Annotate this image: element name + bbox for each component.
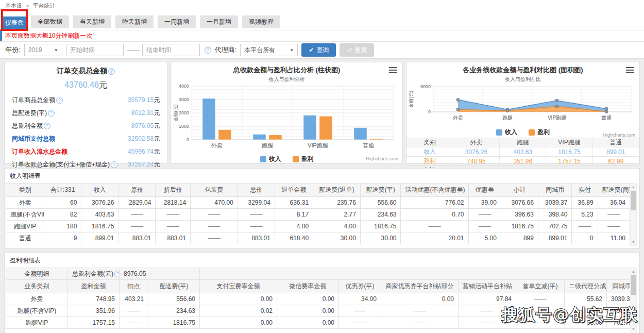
income-table-cell: 556.60	[360, 197, 401, 209]
svg-text:1000: 1000	[179, 124, 189, 129]
help-icon[interactable]: ?	[114, 271, 120, 277]
biz-table-cell: 899.01	[592, 147, 639, 157]
profit-table-cell: 1816.75	[148, 317, 200, 329]
income-table-header-cell: 小计	[501, 184, 538, 197]
tab[interactable]: 全部数据	[31, 15, 69, 28]
svg-text:金额(元): 金额(元)	[173, 105, 178, 122]
svg-text:外卖: 外卖	[452, 115, 463, 121]
profit-table-cell: 0.02	[200, 305, 277, 317]
income-table-cell: 883.01	[238, 232, 275, 244]
tab[interactable]: 一月新增	[200, 15, 238, 28]
area-chart: 08000金额(元)外卖跑腿VIP跑腿普通	[406, 83, 639, 126]
profit-table-header-cell: 微信费率金额	[277, 280, 339, 293]
help-icon[interactable]: ?	[111, 161, 117, 168]
help-icon[interactable]: ?	[44, 123, 50, 129]
biz-table-row: 盈利748.95351.961757.1562.99	[406, 157, 639, 166]
profit-table-header-cell: 优惠券(平)	[339, 280, 381, 293]
help-icon[interactable]: ?	[48, 110, 55, 116]
income-table-cell: 30.00	[360, 232, 401, 244]
sidebar-edge-sliver	[0, 29, 2, 41]
summary-row-value: 32502.58元	[128, 135, 160, 143]
profit-table-cell: 0.00	[200, 293, 277, 305]
tab[interactable]: 当天新增	[73, 15, 111, 28]
profit-meta-row: 金额明细总盈利金额(元)?8976.05	[6, 268, 637, 280]
summary-row-label: 同城币支付总额	[12, 135, 55, 143]
profit-table-cell: ——	[381, 317, 459, 329]
income-table-header-cell: 原价	[118, 184, 156, 197]
summary-row: 订单商品总金额?35579.15元	[12, 94, 160, 107]
summary-row-value: 45996.74元	[128, 147, 160, 156]
profit-table-cell: 跑腿(不含VIP)	[6, 305, 68, 317]
income-table-cell: 外卖	[6, 197, 44, 209]
legend-item[interactable]: 盈利	[293, 155, 314, 163]
income-table-cell: 普通	[6, 232, 44, 244]
active-tab-highlight-box: 仪表盘	[1, 9, 28, 31]
tab[interactable]: 昨天新增	[115, 15, 154, 28]
agent-select[interactable]: 本平台所有 ▼	[240, 44, 298, 56]
scroll-down-arrow[interactable]: ▼	[631, 239, 636, 245]
header: 基本设 > 平台统计 仪表盘 全部数据当天新增昨天新增一周新增一月新增视频教程	[0, 0, 644, 30]
legend-item[interactable]: 收入	[260, 155, 281, 163]
income-table-header-cell: 同城币	[538, 184, 572, 197]
income-table-cell: 702.75	[538, 221, 572, 232]
start-date-input[interactable]	[66, 44, 124, 56]
summary-row: 总盈利金额?8976.05元	[12, 120, 160, 132]
reset-button[interactable]: ↺重置	[340, 43, 374, 57]
profit-table-cell: ——	[516, 293, 565, 305]
legend-item[interactable]: 盈利	[529, 128, 550, 137]
breadcrumb-section[interactable]: 基本设	[5, 3, 22, 9]
year-select[interactable]: 2019 ▼	[24, 44, 62, 56]
scroll-up-arrow[interactable]: ▲	[631, 184, 636, 190]
profit-table-cell: 55.62	[565, 293, 607, 305]
date-range-separator: ——	[127, 46, 139, 54]
income-table-cell: 36.04	[598, 197, 630, 209]
income-table-header-cell: 收入	[81, 184, 118, 197]
profit-table-cell: 0.00	[277, 305, 339, 317]
income-table-cell: 3076.66	[501, 197, 538, 209]
income-table-cell: 跑腿VIP	[6, 221, 44, 232]
svg-text:跑腿: 跑腿	[262, 142, 273, 148]
scroll-thumb[interactable]	[631, 191, 636, 210]
tab-bar: 全部数据当天新增昨天新增一周新增一月新增视频教程	[31, 15, 280, 28]
tab[interactable]: 视频教程	[242, 15, 280, 28]
profit-table-cell: 34.00	[339, 293, 381, 305]
chart-menu-icon[interactable]	[389, 67, 397, 73]
scroll-thumb[interactable]	[631, 275, 636, 295]
bar-chart-title: 总收款金额与盈利占比分析 (柱状图)	[171, 65, 402, 75]
income-table-cell: 883.01	[118, 232, 156, 244]
svg-text:金额(元): 金额(元)	[409, 91, 414, 108]
order-total-panel: 订单交易总金额? 43760.46元 订单商品总金额?35579.15元总配送费…	[4, 62, 167, 164]
svg-text:跑腿: 跑腿	[502, 115, 513, 121]
scroll-down-arrow[interactable]: ▼	[631, 325, 636, 332]
profit-table-cell: ——	[120, 317, 148, 329]
income-table-cell: 636.31	[275, 197, 313, 209]
bar-chart-subtitle: 收入与盈利分析	[171, 76, 402, 83]
reset-button-label: 重置	[354, 46, 367, 55]
income-table-cell: ——	[156, 221, 191, 232]
svg-text:4000: 4000	[179, 84, 189, 89]
income-table-cell: 398.40	[538, 209, 572, 221]
income-table-cell: ——	[118, 221, 156, 232]
income-table-scrollbar: ▲ ▼	[630, 183, 637, 246]
profit-table-cell: 外卖	[6, 293, 68, 305]
help-icon[interactable]: ?	[108, 68, 115, 75]
income-table-cell: 0	[572, 232, 598, 244]
income-table-cell: 4.00	[275, 221, 313, 232]
agent-label: 代理商:	[215, 45, 237, 55]
tab-dashboard[interactable]: 仪表盘	[3, 16, 26, 29]
profit-meta-label: 金额明细	[6, 268, 68, 280]
income-table-cell: 899.01	[81, 232, 118, 244]
biz-table-row-label: 盈利	[406, 157, 453, 166]
income-table-cell: ——	[468, 209, 501, 221]
chart-menu-icon[interactable]	[626, 67, 634, 73]
breadcrumb: 基本设 > 平台统计	[0, 0, 644, 10]
legend-item[interactable]: 收入	[496, 128, 517, 137]
income-table-header-cell: 配送费(商)	[598, 184, 630, 197]
table-row: 跑腿VIP1801816.75————————4.004.001816.75——…	[6, 221, 630, 232]
help-icon[interactable]: ?	[56, 97, 63, 104]
help-icon[interactable]: ?	[205, 47, 211, 54]
search-button[interactable]: ✔查询	[301, 43, 336, 57]
scroll-up-arrow[interactable]: ▲	[631, 268, 636, 275]
end-date-input[interactable]	[142, 44, 200, 56]
tab[interactable]: 一周新增	[158, 15, 196, 28]
